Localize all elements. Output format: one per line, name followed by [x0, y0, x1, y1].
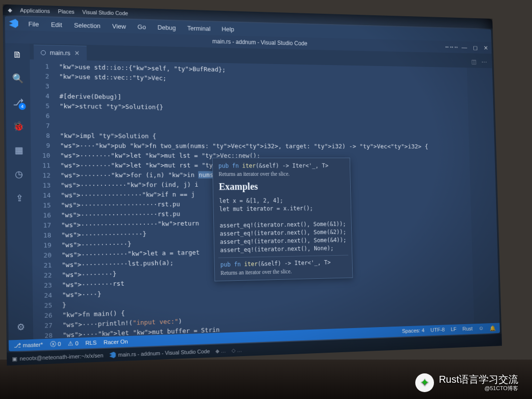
taskbar-app[interactable]: ◆ …	[215, 347, 226, 354]
status-bell-icon[interactable]: 🔔	[490, 325, 496, 332]
extensions-icon[interactable]: ▦	[12, 144, 25, 157]
status-feedback-icon[interactable]: ☺	[479, 325, 484, 332]
status-racer[interactable]: Racer On	[103, 338, 128, 345]
status-spaces[interactable]: Spaces: 4	[402, 328, 425, 335]
menu-selection[interactable]: Selection	[69, 20, 105, 31]
status-lang[interactable]: Rust	[463, 326, 473, 332]
tab-label: main.rs	[50, 49, 70, 57]
tab-close-icon[interactable]: ✕	[74, 49, 80, 57]
gnome-active-app[interactable]: Visual Studio Code	[82, 9, 128, 16]
menu-debug[interactable]: Debug	[153, 22, 181, 33]
status-encoding[interactable]: UTF-8	[431, 327, 445, 333]
tab-main-rs[interactable]: main.rs ✕	[33, 45, 87, 61]
menu-go[interactable]: Go	[133, 21, 151, 32]
taskbar-terminal[interactable]: ▣ neootx@neteonath-imer:~/x/x/sen	[12, 352, 103, 362]
remote-icon[interactable]: ◷	[12, 167, 26, 180]
hover-doc: Returns an iterator over the slice.	[219, 171, 345, 177]
status-eol[interactable]: LF	[451, 326, 457, 333]
watermark-sub: @51CTO博客	[439, 385, 518, 392]
more-actions-icon[interactable]: ⋯	[481, 59, 487, 66]
menu-terminal[interactable]: Terminal	[182, 23, 215, 33]
hover-tooltip: pub fn iter(&self) -> Iter<'_, T> Return…	[212, 158, 353, 281]
activity-bar: 🗎 🔍 ⎇4 🐞 ▦ ◷ ⇪ ⚙	[5, 43, 33, 340]
status-errors[interactable]: ⓧ 0	[50, 340, 61, 348]
split-editor-icon[interactable]: ◫	[471, 58, 477, 65]
rust-file-icon	[41, 50, 46, 55]
hover-signature: pub fn iter(&self) -> Iter<'_, T>	[218, 162, 344, 170]
window-close-icon[interactable]: ✕	[483, 44, 488, 51]
watermark-title: Rust语言学习交流	[439, 373, 518, 385]
watermark: ✦ Rust语言学习交流 @51CTO博客	[415, 373, 518, 392]
status-rls[interactable]: RLS	[85, 339, 97, 346]
scm-badge: 4	[19, 103, 26, 110]
window-maximize-icon[interactable]: ◻	[473, 44, 478, 51]
vscode-window: File Edit Selection View Go Debug Termin…	[5, 16, 500, 351]
search-icon[interactable]: 🔍	[11, 72, 25, 85]
menu-view[interactable]: View	[107, 21, 131, 32]
scm-icon[interactable]: ⎇4	[11, 96, 25, 109]
line-numbers: 1234567891011121314151617181920212223242…	[30, 60, 59, 339]
window-title: main.rs - addnum - Visual Studio Code	[212, 38, 307, 47]
status-branch[interactable]: ⎇ master*	[14, 341, 43, 349]
vscode-logo-icon	[9, 19, 18, 28]
settings-gear-icon[interactable]: ⚙	[14, 320, 28, 334]
hover-example: let x = &[1, 2, 4]; let mut iterator = x…	[219, 196, 347, 255]
editor[interactable]: 1234567891011121314151617181920212223242…	[30, 60, 499, 339]
menu-file[interactable]: File	[23, 18, 44, 29]
wechat-icon: ✦	[415, 373, 434, 392]
hover-examples-heading: Examples	[219, 179, 345, 194]
status-warnings[interactable]: ⚠ 0	[68, 340, 78, 347]
taskbar-app-2[interactable]: ◇ …	[232, 347, 242, 354]
menu-help[interactable]: Help	[217, 24, 239, 34]
menu-edit[interactable]: Edit	[46, 19, 67, 30]
window-minimize-icon[interactable]: —	[462, 44, 467, 51]
debug-icon[interactable]: 🐞	[12, 120, 25, 133]
taskbar-vscode[interactable]: main.rs - addnum - Visual Studio Code	[109, 348, 210, 358]
gnome-applications[interactable]: Applications	[20, 7, 50, 14]
explorer-icon[interactable]: 🗎	[11, 48, 24, 62]
live-share-icon[interactable]: ⇪	[12, 192, 26, 205]
gnome-places[interactable]: Places	[58, 8, 75, 15]
